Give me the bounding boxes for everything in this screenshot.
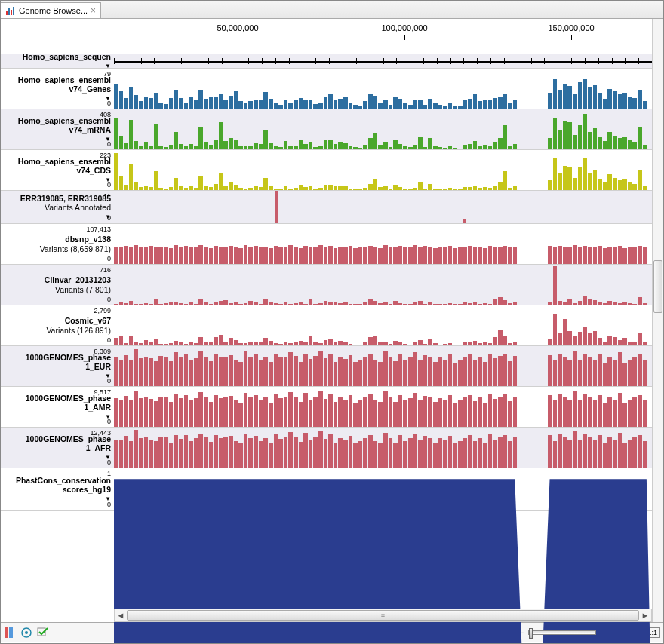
track-cds[interactable]: 223Homo_sapiens_ensemblv74_CDS▼0 (1, 150, 652, 191)
scroll-left-icon[interactable]: ◄ (115, 611, 127, 620)
track-body[interactable] (114, 54, 652, 68)
ruler-label: 150,000,000 (548, 23, 594, 32)
track-label[interactable]: 12,4431000GENOMES_phase1_AFR▼0 (1, 428, 114, 468)
zoom-slider-handle[interactable] (529, 628, 533, 639)
chevron-down-icon[interactable]: ▼ (2, 176, 111, 183)
track-afr[interactable]: 12,4431000GENOMES_phase1_AFR▼0 (1, 428, 652, 468)
track-body[interactable] (114, 224, 652, 264)
target-icon[interactable] (20, 627, 32, 639)
svg-rect-5 (9, 627, 13, 638)
track-body[interactable] (114, 305, 652, 345)
track-label[interactable]: 79Homo_sapiens_ensemblv74_Genes▼0 (1, 69, 114, 109)
track-dbsnp[interactable]: 107,413dbsnp_v138Variants (8,659,871)0 (1, 224, 652, 265)
track-clinvar[interactable]: 716Clinvar_20131203Variants (7,801)0 (1, 265, 652, 305)
track-cosmic[interactable]: 2,799Cosmic_v67Variants (126,891)0 (1, 305, 652, 346)
track-label[interactable]: 8,3091000GENOMES_phase1_EUR▼0 (1, 346, 114, 386)
track-eur[interactable]: 8,3091000GENOMES_phase1_EUR▼0 (1, 346, 652, 387)
track-phast[interactable]: 1PhastCons_conservationscores_hg19▼0 (1, 468, 652, 511)
svg-rect-1 (8, 8, 10, 15)
scrollbar-vertical[interactable] (652, 19, 663, 622)
track-err[interactable]: 11ERR319085, ERR319085Variants Annotated… (1, 191, 652, 224)
app-icon (5, 5, 16, 16)
track-mrna[interactable]: 408Homo_sapiens_ensemblv74_mRNA▼0 (1, 109, 652, 150)
track-label[interactable]: 107,413dbsnp_v138Variants (8,659,871)0 (1, 224, 114, 264)
svg-rect-0 (6, 11, 8, 15)
chevron-down-icon[interactable]: ▼ (2, 136, 111, 143)
track-body[interactable] (114, 265, 652, 305)
ruler-tick (404, 35, 405, 40)
track-label[interactable]: Homo_sapiens_sequen▼ (1, 54, 114, 68)
track-label[interactable]: 223Homo_sapiens_ensemblv74_CDS▼0 (1, 150, 114, 190)
track-body[interactable] (114, 428, 652, 468)
tab-bar: Genome Browse... × (1, 1, 663, 19)
svg-rect-3 (13, 7, 14, 15)
track-genes[interactable]: 79Homo_sapiens_ensemblv74_Genes▼0 (1, 69, 652, 109)
chevron-down-icon[interactable]: ▼ (2, 213, 111, 220)
scrollbar-thumb-v[interactable] (653, 260, 662, 313)
chevron-down-icon[interactable]: ▼ (2, 495, 111, 502)
track-seq[interactable]: Homo_sapiens_sequen▼ (1, 54, 652, 69)
tab-title: Genome Browse... (19, 6, 88, 15)
svg-rect-2 (11, 10, 12, 15)
track-body[interactable] (114, 69, 652, 109)
svg-point-7 (25, 631, 28, 634)
close-icon[interactable]: × (91, 5, 96, 16)
track-label[interactable]: 2,799Cosmic_v67Variants (126,891)0 (1, 305, 114, 345)
track-label[interactable]: 11ERR319085, ERR319085Variants Annotated… (1, 191, 114, 223)
track-body[interactable] (114, 109, 652, 149)
track-amr[interactable]: 9,5171000GENOMES_phase1_AMR▼0 (1, 387, 652, 428)
genomic-ruler[interactable]: 50,000,000100,000,000150,000,000 (114, 22, 652, 52)
svg-rect-4 (5, 627, 8, 638)
track-body[interactable] (114, 191, 652, 223)
bookmark-icon[interactable] (4, 627, 16, 639)
browser-viewport: 50,000,000100,000,000150,000,000 Homo_sa… (1, 19, 663, 622)
track-body[interactable] (114, 346, 652, 386)
chevron-down-icon[interactable]: ▼ (2, 373, 111, 379)
chevron-down-icon[interactable]: ▼ (2, 454, 111, 461)
scroll-right-icon[interactable]: ► (639, 611, 651, 620)
ruler-label: 50,000,000 (217, 23, 258, 32)
track-label[interactable]: 716Clinvar_20131203Variants (7,801)0 (1, 265, 114, 305)
chevron-down-icon[interactable]: ▼ (2, 413, 111, 420)
filter-check-icon[interactable] (37, 627, 49, 639)
track-label[interactable]: 408Homo_sapiens_ensemblv74_mRNA▼0 (1, 109, 114, 149)
zoom-slider[interactable] (528, 630, 596, 635)
track-label[interactable]: 1PhastCons_conservationscores_hg19▼0 (1, 468, 114, 510)
track-body[interactable] (114, 468, 652, 510)
chevron-down-icon[interactable]: ▼ (2, 95, 111, 102)
ruler-label: 100,000,000 (381, 23, 427, 32)
tab-genome-browser[interactable]: Genome Browse... × (1, 2, 101, 18)
scrollbar-horizontal[interactable]: ◄ ≡ ► (114, 609, 652, 622)
track-label[interactable]: 9,5171000GENOMES_phase1_AMR▼0 (1, 387, 114, 427)
track-body[interactable] (114, 387, 652, 427)
ruler-tick (238, 35, 238, 40)
ruler-tick (571, 35, 572, 40)
track-body[interactable] (114, 150, 652, 190)
scrollbar-thumb[interactable]: ≡ (127, 610, 639, 621)
